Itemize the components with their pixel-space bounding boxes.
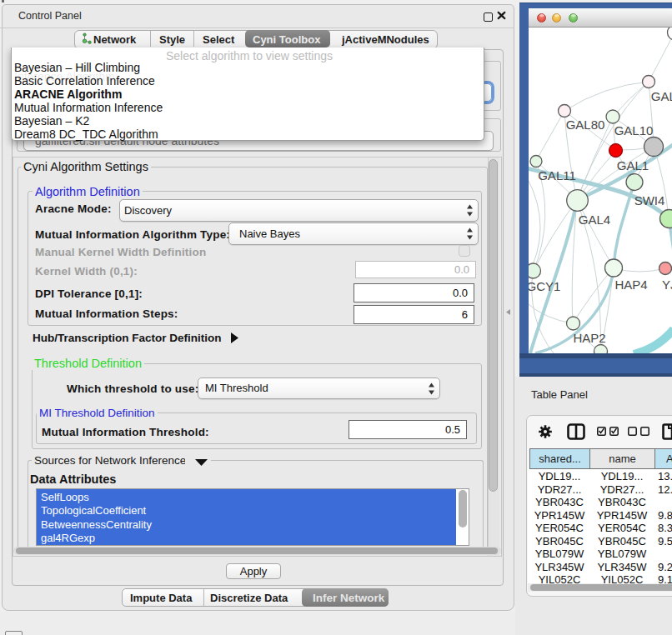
svg-text:HAP2: HAP2 (573, 331, 605, 345)
svg-text:SWI4: SWI4 (634, 193, 665, 208)
svg-text:HAP4: HAP4 (614, 278, 647, 292)
svg-text:GCY1: GCY1 (529, 279, 560, 293)
svg-text:GAL1: GAL1 (617, 158, 649, 172)
svg-text:GAL80: GAL80 (566, 118, 605, 132)
svg-text:GAL10: GAL10 (614, 123, 654, 138)
svg-text:GAL4: GAL4 (579, 212, 610, 227)
svg-text:GAL2: GAL2 (651, 89, 672, 103)
svg-text:GAL11: GAL11 (538, 168, 576, 182)
svg-text:YJL0: YJL0 (662, 278, 672, 292)
